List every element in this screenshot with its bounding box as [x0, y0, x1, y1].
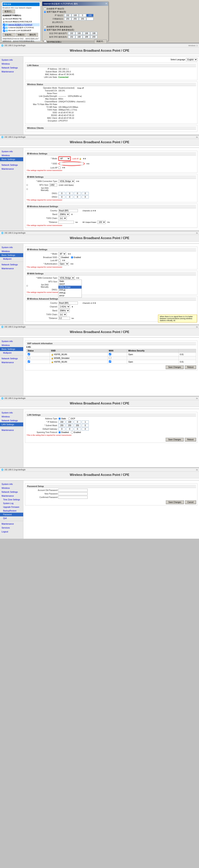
sidebar-item-network-5[interactable]: Network Settings	[0, 418, 23, 423]
sidebar-item-sysinfo-1[interactable]: System info	[0, 58, 23, 62]
stp-disabled-radio[interactable]	[58, 431, 61, 434]
ip-box4-5[interactable]	[82, 421, 89, 424]
network-item-2[interactable]: 🖥 Microsoft 网络的文件和打印机共享	[3, 20, 40, 23]
sidebar-item-basic-3[interactable]: Basic Settings	[0, 253, 23, 257]
sidebar-item-password-6[interactable]: Password	[0, 513, 23, 516]
network-item-1[interactable]: 🖥 Microsoft 网络客户端	[3, 18, 40, 20]
sidebar-item-wireless-2[interactable]: Wireless	[0, 153, 23, 157]
manual-dns-option[interactable]: 使用下面的 DNS 服务器地址(E):	[44, 29, 107, 31]
new-pw-input[interactable]	[58, 492, 88, 495]
install-btn[interactable]: 安装(N)...	[3, 33, 15, 37]
sidebar-item-wireless-5[interactable]: Wireless	[0, 415, 23, 418]
subnet-box-2[interactable]	[72, 18, 79, 20]
adns-box-4[interactable]	[90, 35, 97, 38]
sidebar-item-maintenance-5[interactable]: Maintenance	[0, 428, 23, 432]
sidebar-item-basic-4[interactable]: Basic Settings	[0, 347, 23, 351]
gw-box2-5[interactable]	[66, 428, 73, 431]
ip-box-3[interactable]	[79, 14, 86, 17]
country-input-3[interactable]	[58, 302, 78, 305]
manual-dns-radio[interactable]	[44, 29, 46, 31]
stp-enabled-radio[interactable]	[71, 431, 73, 434]
gw-box3-5[interactable]	[74, 428, 81, 431]
sidebar-item-network-2[interactable]: Network Settings	[0, 163, 23, 167]
stp-enabled-label[interactable]: Enabled	[71, 431, 81, 434]
txrx-select-2[interactable]: 1x1 2x2	[58, 217, 67, 220]
subnet-box2-5[interactable]	[66, 424, 73, 427]
broadcast-enabled-label[interactable]: Enabled	[71, 256, 81, 259]
subnet-box-1[interactable]	[64, 18, 71, 20]
gw-box4-5[interactable]	[82, 428, 89, 431]
gw-box1-5[interactable]	[58, 428, 65, 431]
sidebar-item-network-3[interactable]: Network Settings	[0, 262, 23, 267]
snap-off[interactable]: Snap off	[77, 87, 84, 89]
pdns-box-2[interactable]	[76, 32, 83, 35]
auto-dns-option[interactable]: 自动获得 DNS 服务器地址(B)	[44, 25, 107, 28]
sidebar-item-firmware-6[interactable]: Upgrade Firmware	[0, 505, 23, 509]
dns1-box1-2[interactable]	[58, 192, 65, 195]
save-btn-6[interactable]: Save Changes	[166, 500, 184, 504]
auto-ip-option[interactable]: 自动获得 IP 地址(O)	[44, 7, 107, 10]
sidebar-item-sysinfo-5[interactable]: System info	[0, 411, 23, 415]
sidebar-item-sysinfo-3[interactable]: System info	[0, 245, 23, 249]
cancel-btn-6[interactable]: Cancel	[185, 500, 196, 504]
sidebar-item-multipoint-3[interactable]: Multipoint	[0, 257, 23, 261]
wan-option-pppoe2[interactable]: PPPoE	[58, 291, 82, 294]
broadcast-disabled-radio[interactable]	[58, 256, 61, 259]
channel-select-3[interactable]: 2.4GHz	[58, 305, 70, 308]
pdns-box-1[interactable]	[68, 32, 75, 35]
dns1-box2-2[interactable]	[66, 192, 73, 195]
vap-wan-check-2[interactable]	[109, 357, 111, 359]
sidebar-item-network-4[interactable]: Network Settings	[0, 356, 23, 361]
sidebar-item-backup-6[interactable]: BackupRestore	[0, 509, 23, 513]
sidebar-item-maintenance-2[interactable]: Maintenance	[0, 167, 23, 171]
vap-wan-check-3[interactable]	[109, 361, 111, 363]
manual-ip-radio[interactable]	[44, 11, 46, 13]
dns1-box3-2[interactable]	[74, 192, 81, 195]
band-select-3[interactable]: 20MHz	[58, 309, 70, 312]
broadcast-enabled-radio[interactable]	[71, 256, 73, 259]
wan-option-pppoe1[interactable]: PPPoE	[58, 289, 82, 291]
sidebar-item-sysinfo-2[interactable]: System info	[0, 150, 23, 153]
advanced-btn[interactable]: 高级(V)...	[94, 39, 107, 43]
ip-box-2[interactable]	[72, 14, 79, 17]
mode-select-3[interactable]: AP	[58, 252, 66, 255]
properties-btn[interactable]: 属性(R)	[27, 33, 38, 37]
sidebar-item-wireless-4[interactable]: Wireless	[0, 343, 23, 347]
addr-dhcp-label[interactable]: DCP	[68, 417, 75, 420]
adns-box-1[interactable]	[68, 35, 75, 38]
sidebar-item-services-6[interactable]: Services	[0, 526, 23, 530]
sidebar-item-wireless-6[interactable]: Wireless	[0, 486, 23, 490]
sidebar-item-network-1[interactable]: Network Settings	[0, 66, 23, 70]
sidebar-item-maintenance-6[interactable]: Maintenance	[0, 494, 23, 498]
ssid-input-2[interactable]	[60, 162, 83, 165]
sidebar-item-maintenance-3[interactable]: Maintenance	[0, 267, 23, 271]
validate-checkbox[interactable]	[44, 40, 46, 42]
reboot-btn-5[interactable]: Reboot	[185, 438, 196, 441]
wan-option-vdslbridge[interactable]: VDSL Bridge	[58, 286, 82, 289]
lock-ap-check-3[interactable]	[58, 259, 61, 261]
sidebar-item-maintenance-1[interactable]: Maintenance	[0, 70, 23, 73]
reboot-btn-4[interactable]: Reboot	[185, 365, 196, 369]
band-select-2[interactable]: 20MHz 40MHz	[58, 213, 70, 216]
addr-static-label[interactable]: Static	[58, 417, 66, 420]
wan-option-dhcp[interactable]: DHCP	[58, 283, 82, 286]
sidebar-item-wireless-3[interactable]: Wireless	[0, 249, 23, 253]
txrx-select-3[interactable]: 1x1	[58, 313, 67, 316]
rf-select-2[interactable]: 100	[97, 220, 106, 224]
pdns-box-4[interactable]	[90, 32, 97, 35]
network-item-3[interactable]: 🌐 Internet 协议版本 4 (TCP/IPv4)	[3, 23, 40, 26]
vap-check-3[interactable]	[28, 361, 30, 363]
old-pw-input[interactable]	[58, 489, 88, 492]
ip-box-1[interactable]	[64, 14, 71, 17]
subnet-box4-5[interactable]	[82, 424, 89, 427]
subnet-box-4[interactable]	[86, 18, 93, 20]
stp-disabled-label[interactable]: Disabled	[58, 431, 69, 434]
subnet-box3-5[interactable]	[74, 424, 81, 427]
wan-conn-select-2[interactable]: VDSL Bridge Static DHCP PPPoE	[58, 180, 75, 183]
mode-select-2[interactable]: AP Station Bridge	[59, 157, 70, 160]
adns-box-3[interactable]	[83, 35, 90, 38]
pdns-box-3[interactable]	[83, 32, 90, 35]
country-input-2[interactable]	[58, 209, 78, 212]
item-check-5[interactable]	[3, 30, 5, 32]
sidebar-item-basic-2[interactable]: Basic Settings	[0, 157, 23, 161]
